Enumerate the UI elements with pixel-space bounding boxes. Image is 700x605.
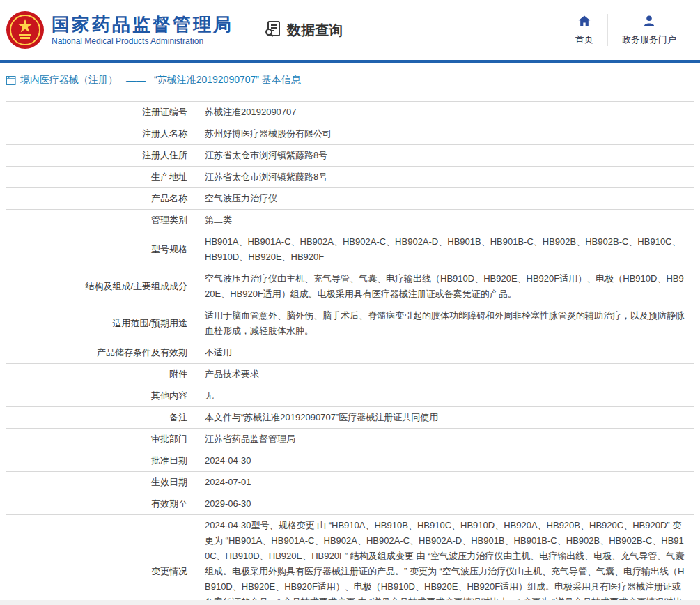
table-row: 注册人住所江苏省太仓市浏河镇紫藤路8号 <box>6 145 694 167</box>
row-value: 空气波压力治疗仪 <box>196 188 694 210</box>
breadcrumb-title: “苏械注准20192090707” 基本信息 <box>154 74 301 86</box>
row-label: 其他内容 <box>6 385 196 407</box>
data-query-section: 数据查询 <box>264 20 343 41</box>
table-row: 产品储存条件及有效期不适用 <box>6 342 694 364</box>
row-value: 不适用 <box>196 342 694 364</box>
table-row: 其他内容无 <box>6 385 694 407</box>
row-value: 2024-04-30 <box>196 450 694 472</box>
org-name-en: National Medical Products Administration <box>52 36 233 46</box>
site-header: 国家药品监督管理局 National Medical Products Admi… <box>0 0 700 60</box>
nav-portal-label: 政务服务门户 <box>622 33 676 46</box>
table-row: 附件产品技术要求 <box>6 364 694 385</box>
header-nav: 首页 政务服务门户 <box>561 14 690 46</box>
window-icon <box>6 75 16 86</box>
table-row: 批准日期2024-04-30 <box>6 450 694 472</box>
row-value: 江苏省太仓市浏河镇紫藤路8号 <box>196 145 694 167</box>
row-label: 型号规格 <box>6 231 196 268</box>
page-footer <box>0 600 700 605</box>
row-label: 管理类别 <box>6 210 196 231</box>
row-label: 适用范围/预期用途 <box>6 305 196 342</box>
row-value: 2029-06-30 <box>196 493 694 515</box>
table-row: 注册证编号苏械注准20192090707 <box>6 102 694 123</box>
row-value: 空气波压力治疗仪由主机、充气导管、气囊、电疗输出线（HB910D、HB920E、… <box>196 268 694 305</box>
table-row: 注册人名称苏州好博医疗器械股份有限公司 <box>6 123 694 145</box>
row-label: 批准日期 <box>6 450 196 472</box>
table-row: 有效期至2029-06-30 <box>6 493 694 515</box>
nav-home[interactable]: 首页 <box>561 14 607 46</box>
row-label: 产品储存条件及有效期 <box>6 342 196 364</box>
row-value: 产品技术要求 <box>196 364 694 385</box>
org-name-cn: 国家药品监督管理局 <box>52 14 233 35</box>
user-icon <box>642 14 656 30</box>
row-label: 产品名称 <box>6 188 196 210</box>
table-row: 备注本文件与“苏械注准20192090707”医疗器械注册证共同使用 <box>6 407 694 429</box>
row-value: 2024-04-30型号、规格变更 由 “HB910A、HB910B、HB910… <box>196 515 694 605</box>
row-label: 注册人名称 <box>6 123 196 145</box>
table-row: 产品名称空气波压力治疗仪 <box>6 188 694 210</box>
row-value: 2024-07-01 <box>196 472 694 493</box>
registration-info-table: 注册证编号苏械注准20192090707注册人名称苏州好博医疗器械股份有限公司注… <box>6 101 694 605</box>
row-label: 注册证编号 <box>6 102 196 123</box>
row-value: 无 <box>196 385 694 407</box>
header-accent-rule <box>0 60 700 63</box>
nav-portal[interactable]: 政务服务门户 <box>608 14 690 46</box>
row-value: 江苏省太仓市浏河镇紫藤路8号 <box>196 167 694 188</box>
table-row: 结构及组成/主要组成成分空气波压力治疗仪由主机、充气导管、气囊、电疗输出线（HB… <box>6 268 694 305</box>
data-query-icon <box>264 20 282 41</box>
row-label: 审批部门 <box>6 429 196 450</box>
row-label: 生产地址 <box>6 167 196 188</box>
nmpa-emblem-icon <box>6 10 45 49</box>
breadcrumb: 境内医疗器械（注册） —— “苏械注准20192090707” 基本信息 <box>6 74 694 93</box>
table-row: 管理类别第二类 <box>6 210 694 231</box>
row-label: 附件 <box>6 364 196 385</box>
row-value: 本文件与“苏械注准20192090707”医疗器械注册证共同使用 <box>196 407 694 429</box>
row-value: 江苏省药品监督管理局 <box>196 429 694 450</box>
row-value: 苏械注准20192090707 <box>196 102 694 123</box>
home-icon <box>577 14 591 30</box>
row-label: 结构及组成/主要组成成分 <box>6 268 196 305</box>
table-row: 生产地址江苏省太仓市浏河镇紫藤路8号 <box>6 167 694 188</box>
row-label: 备注 <box>6 407 196 429</box>
data-query-label: 数据查询 <box>287 21 343 40</box>
row-value: HB901A、HB901A-C、HB902A、HB902A-C、HB902A-D… <box>196 231 694 268</box>
table-row: 变更情况2024-04-30型号、规格变更 由 “HB910A、HB910B、H… <box>6 515 694 605</box>
table-row: 审批部门江苏省药品监督管理局 <box>6 429 694 450</box>
nmpa-logo: 国家药品监督管理局 National Medical Products Admi… <box>6 10 233 49</box>
row-value: 第二类 <box>196 210 694 231</box>
breadcrumb-category[interactable]: 境内医疗器械（注册） <box>20 74 118 86</box>
table-row: 型号规格HB901A、HB901A-C、HB902A、HB902A-C、HB90… <box>6 231 694 268</box>
row-label: 变更情况 <box>6 515 196 605</box>
table-row: 生效日期2024-07-01 <box>6 472 694 493</box>
table-row: 适用范围/预期用途适用于脑血管意外、脑外伤、脑手术后、脊髓病变引起的肢体功能障碍… <box>6 305 694 342</box>
row-label: 生效日期 <box>6 472 196 493</box>
nav-home-label: 首页 <box>575 33 593 46</box>
row-value: 苏州好博医疗器械股份有限公司 <box>196 123 694 145</box>
row-label: 注册人住所 <box>6 145 196 167</box>
breadcrumb-separator: —— <box>126 75 146 86</box>
row-label: 有效期至 <box>6 493 196 515</box>
row-value: 适用于脑血管意外、脑外伤、脑手术后、脊髓病变引起的肢体功能障碍和外周非栓塞性脉管… <box>196 305 694 342</box>
